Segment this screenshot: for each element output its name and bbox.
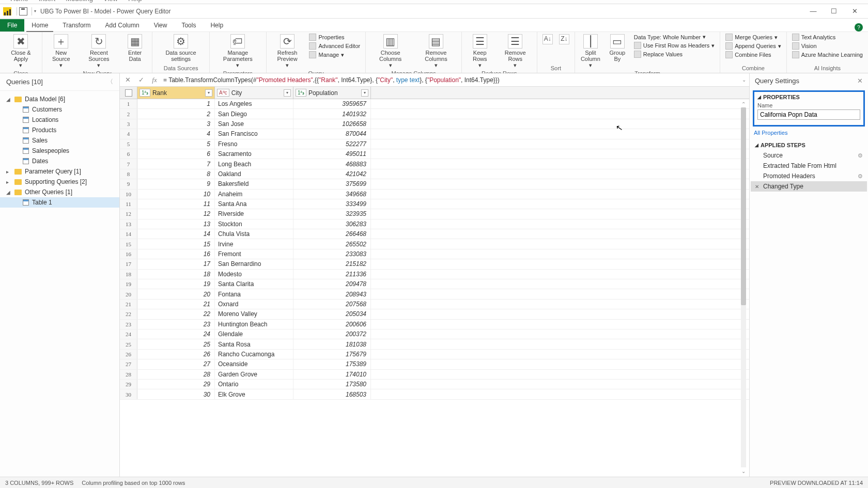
table-row[interactable]: 99Bakersfield375699 bbox=[120, 179, 749, 189]
vision-button[interactable]: Vision bbox=[790, 42, 865, 50]
table-row[interactable]: 1919Santa Clarita209478 bbox=[120, 279, 749, 289]
applied-step[interactable]: Source⚙ bbox=[751, 150, 867, 161]
vertical-scrollbar[interactable]: ⌃ ⌄ bbox=[740, 100, 747, 475]
query-folder[interactable]: ◢Data Model [6] bbox=[0, 94, 119, 104]
append-queries-button[interactable]: Append Queries ▾ bbox=[723, 42, 783, 50]
tab-tools[interactable]: Tools bbox=[174, 19, 203, 32]
table-row[interactable]: 1515Irvine265502 bbox=[120, 239, 749, 249]
row-number-header[interactable] bbox=[120, 87, 137, 99]
advanced-editor-button[interactable]: Advanced Editor bbox=[307, 42, 362, 50]
all-properties-link[interactable]: All Properties bbox=[750, 129, 868, 137]
new-source-button[interactable]: ＋New Source ▾ bbox=[45, 33, 77, 69]
table-row[interactable]: 2727Oceanside175389 bbox=[120, 359, 749, 369]
table-row[interactable]: 2626Rancho Cucamonga175679 bbox=[120, 350, 749, 359]
table-row[interactable]: 1818Modesto211336 bbox=[120, 270, 749, 279]
tab-home[interactable]: Home bbox=[24, 19, 55, 32]
chevron-down-icon[interactable]: ◢ bbox=[757, 95, 761, 100]
replace-values-button[interactable]: Replace Values bbox=[632, 50, 717, 58]
scroll-thumb[interactable] bbox=[741, 107, 746, 305]
table-row[interactable]: 2929Ontario173580 bbox=[120, 380, 749, 389]
merge-queries-button[interactable]: Merge Queries ▾ bbox=[723, 33, 783, 41]
properties-button[interactable]: Properties bbox=[307, 33, 362, 41]
query-name-input[interactable] bbox=[757, 109, 860, 120]
query-folder[interactable]: ◢Other Queries [1] bbox=[0, 187, 119, 197]
table-row[interactable]: 44San Francisco870044 bbox=[120, 129, 749, 139]
enter-data-button[interactable]: ▦Enter Data bbox=[121, 33, 149, 63]
sort-asc-button[interactable]: A↓ bbox=[540, 33, 555, 46]
use-first-row-button[interactable]: Use First Row as Headers ▾ bbox=[632, 41, 717, 50]
query-folder[interactable]: ▸Parameter Query [1] bbox=[0, 166, 119, 177]
filter-icon[interactable]: ▾ bbox=[284, 89, 291, 97]
group-by-button[interactable]: ▭Group By bbox=[605, 33, 630, 63]
table-row[interactable]: 1010Anaheim349668 bbox=[120, 190, 749, 199]
manage-parameters-button[interactable]: 🏷Manage Parameters ▾ bbox=[213, 33, 263, 69]
formula-cancel-button[interactable]: ✕ bbox=[123, 75, 132, 85]
table-row[interactable]: 2424Glendale200372 bbox=[120, 329, 749, 339]
table-row[interactable]: 1717San Bernardino215182 bbox=[120, 259, 749, 269]
table-row[interactable]: 11Los Angeles3959657 bbox=[120, 99, 749, 109]
azure-ml-button[interactable]: Azure Machine Learning bbox=[790, 51, 865, 59]
remove-rows-button[interactable]: ☰Remove Rows ▾ bbox=[497, 33, 534, 69]
tab-transform[interactable]: Transform bbox=[55, 19, 98, 32]
query-item[interactable]: Salespeoples bbox=[0, 146, 119, 156]
formula-accept-button[interactable]: ✓ bbox=[136, 75, 146, 85]
table-row[interactable]: 2020Fontana208943 bbox=[120, 289, 749, 299]
table-row[interactable]: 55Fresno522277 bbox=[120, 139, 749, 149]
applied-step[interactable]: Promoted Headers⚙ bbox=[751, 171, 867, 181]
scroll-down-icon[interactable]: ⌄ bbox=[740, 467, 747, 475]
help-icon[interactable]: ? bbox=[855, 23, 863, 32]
recent-sources-button[interactable]: ↻Recent Sources ▾ bbox=[79, 33, 119, 69]
close-apply-button[interactable]: ✖Close & Apply ▾ bbox=[3, 33, 39, 69]
table-row[interactable]: 1616Fremont233083 bbox=[120, 249, 749, 259]
query-item[interactable]: Dates bbox=[0, 156, 119, 166]
data-source-settings-button[interactable]: ⚙Data source settings bbox=[156, 33, 206, 63]
table-row[interactable]: 1212Riverside323935 bbox=[120, 209, 749, 219]
filter-icon[interactable]: ▾ bbox=[361, 89, 368, 97]
formula-text[interactable]: = Table.TransformColumnTypes(#"Promoted … bbox=[163, 76, 738, 84]
query-folder[interactable]: ▸Supporting Queries [2] bbox=[0, 177, 119, 187]
table-row[interactable]: 2121Oxnard207568 bbox=[120, 300, 749, 309]
column-header-city[interactable]: Aᴮc City ▾ bbox=[215, 87, 293, 99]
table-row[interactable]: 2323Huntington Beach200606 bbox=[120, 320, 749, 329]
tab-add-column[interactable]: Add Column bbox=[98, 19, 147, 32]
maximize-button[interactable]: ☐ bbox=[824, 5, 844, 18]
remove-columns-button[interactable]: ▤Remove Columns ▾ bbox=[414, 33, 458, 69]
table-row[interactable]: 33San Jose1026658 bbox=[120, 119, 749, 129]
column-header-rank[interactable]: 1²₃ Rank ▾ bbox=[137, 87, 215, 99]
table-row[interactable]: 3030Elk Grove168503 bbox=[120, 389, 749, 399]
close-settings-icon[interactable]: ✕ bbox=[857, 77, 863, 85]
data-type-button[interactable]: Data Type: Whole Number ▾ bbox=[632, 33, 717, 41]
tab-view[interactable]: View bbox=[147, 19, 175, 32]
table-row[interactable]: 2828Garden Grove174010 bbox=[120, 370, 749, 380]
collapse-queries-icon[interactable]: 〈 bbox=[107, 77, 113, 86]
combine-files-button[interactable]: Combine Files bbox=[723, 51, 783, 59]
table-row[interactable]: 2525Santa Rosa181038 bbox=[120, 339, 749, 349]
formula-expand-icon[interactable]: ⌄ bbox=[742, 77, 746, 83]
query-item[interactable]: Locations bbox=[0, 115, 119, 125]
table-row[interactable]: 66Sacramento495011 bbox=[120, 149, 749, 159]
refresh-preview-button[interactable]: ⟳Refresh Preview ▾ bbox=[270, 33, 305, 69]
query-item[interactable]: Table 1 bbox=[0, 197, 119, 208]
close-button[interactable]: ✕ bbox=[844, 5, 865, 18]
manage-button[interactable]: Manage ▾ bbox=[307, 51, 362, 59]
scroll-up-icon[interactable]: ⌃ bbox=[740, 100, 747, 107]
choose-columns-button[interactable]: ▥Choose Columns ▾ bbox=[369, 33, 412, 69]
table-row[interactable]: 2222Moreno Valley205034 bbox=[120, 309, 749, 319]
table-row[interactable]: 1414Chula Vista266468 bbox=[120, 229, 749, 239]
gear-icon[interactable]: ⚙ bbox=[858, 173, 863, 180]
table-row[interactable]: 88Oakland421042 bbox=[120, 169, 749, 179]
applied-step[interactable]: Extracted Table From Html bbox=[751, 161, 867, 171]
minimize-button[interactable]: — bbox=[803, 5, 824, 18]
table-row[interactable]: 1313Stockton306283 bbox=[120, 219, 749, 229]
query-item[interactable]: Sales bbox=[0, 135, 119, 146]
query-item[interactable]: Products bbox=[0, 125, 119, 135]
column-header-population[interactable]: 1²₃ Population ▾ bbox=[293, 87, 371, 99]
query-item[interactable]: Customers bbox=[0, 104, 119, 115]
chevron-down-icon[interactable]: ◢ bbox=[755, 143, 758, 148]
gear-icon[interactable]: ⚙ bbox=[858, 152, 863, 159]
filter-icon[interactable]: ▾ bbox=[205, 89, 212, 97]
save-icon[interactable] bbox=[19, 7, 27, 15]
file-tab[interactable]: File bbox=[0, 19, 24, 32]
split-column-button[interactable]: ⎮Split Column ▾ bbox=[578, 33, 603, 69]
sort-desc-button[interactable]: Z↓ bbox=[557, 33, 571, 46]
